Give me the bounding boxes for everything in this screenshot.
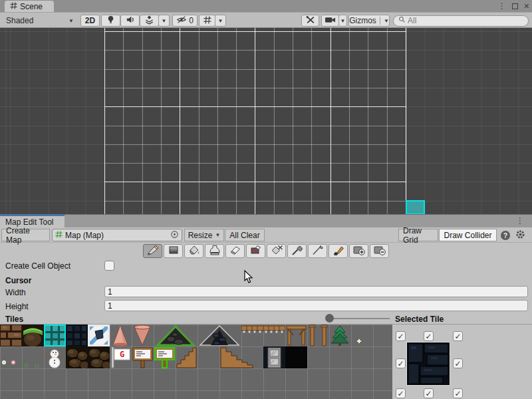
- hidden-objects-button[interactable]: 0: [172, 15, 198, 27]
- height-input[interactable]: [104, 300, 528, 311]
- rectangle-tool-button[interactable]: [164, 244, 183, 258]
- palette-tile-brick-navy[interactable]: [66, 325, 88, 346]
- palette-tile-bridge[interactable]: [263, 325, 285, 346]
- neighbor-checkbox-middle-left[interactable]: ✓: [396, 358, 406, 368]
- neighbor-checkbox-middle-right[interactable]: ✓: [453, 358, 463, 368]
- palette-tile-sign[interactable]: [132, 346, 154, 368]
- clear-bucket-tool-button[interactable]: [267, 244, 286, 258]
- neighbor-checkbox-bottom-left[interactable]: ✓: [396, 388, 406, 398]
- camera-dropdown[interactable]: ▼: [338, 15, 347, 27]
- tile-size-slider-track[interactable]: [329, 318, 390, 319]
- create-cell-object-checkbox[interactable]: [104, 261, 114, 271]
- window-close-icon[interactable]: ×: [524, 3, 529, 9]
- width-input[interactable]: [104, 286, 528, 297]
- pencil-tool-button[interactable]: [143, 244, 162, 258]
- painted-tile-cell[interactable]: [406, 200, 425, 214]
- palette-tile-roof-gray[interactable]: [198, 325, 241, 346]
- palette-tile-brick-brown[interactable]: [0, 325, 22, 346]
- rect-eraser-tool-button[interactable]: [246, 244, 265, 258]
- bucket-tool-button[interactable]: [184, 244, 203, 258]
- tiles-section-label: Tiles: [5, 315, 23, 324]
- draw-grid-button[interactable]: Draw Grid: [398, 229, 438, 241]
- toggle-2d-button[interactable]: 2D: [80, 15, 100, 27]
- effects-toggle-button[interactable]: [140, 15, 159, 27]
- help-button[interactable]: ?: [500, 230, 511, 241]
- scene-viewport[interactable]: [0, 28, 532, 214]
- palette-tile-flag-g[interactable]: G: [110, 346, 132, 368]
- eyedropper-tool-button[interactable]: [287, 244, 307, 258]
- palette-tile-cone-down[interactable]: [132, 325, 154, 346]
- palette-tile-rocks[interactable]: [88, 346, 110, 368]
- search-placeholder: All: [408, 16, 416, 25]
- window-menu-icon[interactable]: ⋮: [498, 1, 506, 11]
- search-icon: [398, 16, 406, 25]
- palette-tile-stripes[interactable]: [88, 325, 110, 346]
- selected-tile-label: Selected Tile: [395, 315, 444, 324]
- line-tool-button[interactable]: [308, 244, 327, 258]
- collider-remove-tool-button[interactable]: [370, 244, 389, 258]
- palette-tile-posts[interactable]: [307, 325, 329, 346]
- brush-tool-button[interactable]: [329, 244, 348, 258]
- palette-tile-bridge[interactable]: [241, 325, 263, 346]
- lighting-toggle-button[interactable]: [101, 15, 120, 27]
- shading-mode-dropdown[interactable]: Shaded ▼: [1, 15, 78, 27]
- palette-tile-frame[interactable]: [285, 325, 307, 346]
- palette-tile-stairs-up[interactable]: [176, 346, 198, 368]
- map-tool-tab-label: Map Edit Tool: [5, 217, 54, 227]
- draw-collider-button[interactable]: Draw Collider: [439, 229, 497, 241]
- palette-tile-black[interactable]: [285, 346, 307, 368]
- scene-search-input[interactable]: All: [393, 15, 529, 27]
- palette-tile-rocks[interactable]: [66, 346, 88, 368]
- divider: [380, 17, 380, 25]
- palette-tile-cone-up[interactable]: [110, 325, 132, 346]
- cursor-section-label: Cursor: [5, 276, 31, 285]
- object-picker-icon[interactable]: [170, 230, 179, 241]
- scene-toolbar: Shaded ▼ 2D ▼ 0 ▼ ▼ Gizmos: [0, 12, 532, 28]
- create-map-button[interactable]: Create Map: [1, 229, 50, 241]
- map-tool-control-row: Create Map Map (Map) Resize ▼ All Clear …: [0, 227, 532, 243]
- neighbor-checkbox-top-left[interactable]: ✓: [396, 331, 406, 341]
- effects-icon: [144, 15, 154, 27]
- tile-size-slider-knob[interactable]: [325, 314, 334, 323]
- neighbor-checkbox-top-right[interactable]: ✓: [453, 331, 463, 341]
- unity-window: Scene ⋮ × Shaded ▼ 2D ▼ 0 ▼: [0, 0, 532, 399]
- palette-tile-flowers[interactable]: [0, 346, 22, 368]
- stamp-tool-button[interactable]: [205, 244, 224, 258]
- window-maximize-icon[interactable]: [512, 3, 518, 9]
- palette-tile-brick-teal[interactable]: [44, 325, 66, 346]
- palette-tile-grass-tufts[interactable]: [22, 346, 44, 368]
- collider-add-tool-button[interactable]: [349, 244, 368, 258]
- palette-tile-stairs-down[interactable]: [219, 346, 263, 368]
- palette-tile-sign-selected[interactable]: [154, 346, 176, 368]
- palette-tile-grass[interactable]: [22, 325, 44, 346]
- tile-palette[interactable]: G: [0, 324, 392, 399]
- grid-visibility-button[interactable]: [199, 15, 215, 27]
- palette-tile-tree[interactable]: [329, 325, 351, 346]
- all-clear-label: All Clear: [229, 231, 259, 240]
- map-object-field[interactable]: Map (Map): [52, 229, 182, 241]
- eraser-tool-button[interactable]: [225, 244, 245, 258]
- neighbor-checkbox-top-center[interactable]: ✓: [424, 331, 434, 341]
- component-tools-button[interactable]: [301, 15, 319, 27]
- effects-dropdown[interactable]: ▼: [158, 15, 170, 27]
- settings-button[interactable]: [515, 230, 525, 241]
- line-brush-icon: [311, 244, 325, 258]
- gizmos-dropdown[interactable]: Gizmos ▼: [348, 15, 390, 27]
- all-clear-button[interactable]: All Clear: [225, 229, 265, 241]
- chevron-down-icon: ▼: [218, 18, 223, 24]
- create-cell-object-label: Create Cell Object: [5, 261, 70, 271]
- neighbor-checkbox-bottom-center[interactable]: ✓: [424, 388, 434, 398]
- palette-tile-snowman[interactable]: [44, 346, 66, 368]
- resize-dropdown[interactable]: Resize ▼: [184, 229, 224, 241]
- audio-toggle-button[interactable]: [120, 15, 140, 27]
- panel-menu-icon[interactable]: ⋮: [516, 216, 524, 225]
- neighbor-checkbox-bottom-right[interactable]: ✓: [453, 388, 463, 398]
- palette-tile-sparkle[interactable]: [351, 325, 373, 346]
- tiles-header-row: Tiles Selected Tile: [0, 313, 532, 324]
- tab-scene[interactable]: Scene: [5, 1, 54, 12]
- gizmos-label: Gizmos: [349, 16, 376, 25]
- palette-tile-door[interactable]: [263, 346, 285, 368]
- palette-tile-roof-green[interactable]: [154, 325, 198, 346]
- camera-settings-button[interactable]: [321, 15, 339, 27]
- grid-dropdown[interactable]: ▼: [215, 15, 226, 27]
